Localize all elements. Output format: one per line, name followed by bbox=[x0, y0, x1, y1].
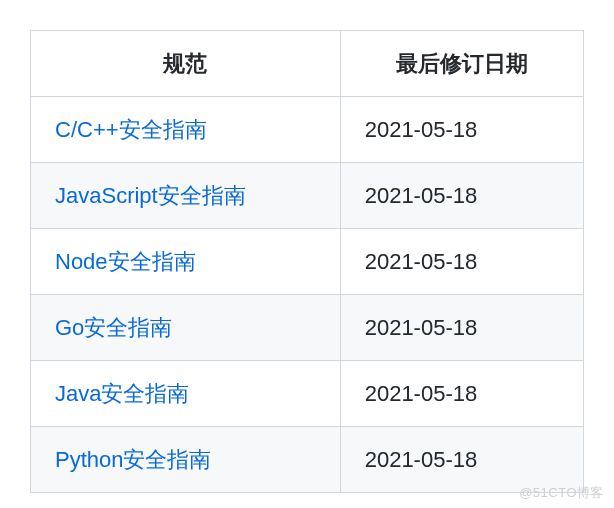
date-cell: 2021-05-18 bbox=[340, 163, 583, 229]
header-date: 最后修订日期 bbox=[340, 31, 583, 97]
table-row: C/C++安全指南 2021-05-18 bbox=[31, 97, 584, 163]
watermark: @51CTO博客 bbox=[519, 484, 604, 502]
date-cell: 2021-05-18 bbox=[340, 229, 583, 295]
security-guide-table: 规范 最后修订日期 C/C++安全指南 2021-05-18 JavaScrip… bbox=[30, 30, 584, 493]
table-row: Python安全指南 2021-05-18 bbox=[31, 427, 584, 493]
link-python-guide[interactable]: Python安全指南 bbox=[55, 447, 212, 472]
table-header-row: 规范 最后修订日期 bbox=[31, 31, 584, 97]
link-go-guide[interactable]: Go安全指南 bbox=[55, 315, 172, 340]
header-spec: 规范 bbox=[31, 31, 341, 97]
date-cell: 2021-05-18 bbox=[340, 361, 583, 427]
date-cell: 2021-05-18 bbox=[340, 427, 583, 493]
date-cell: 2021-05-18 bbox=[340, 295, 583, 361]
link-javascript-guide[interactable]: JavaScript安全指南 bbox=[55, 183, 246, 208]
table-row: Node安全指南 2021-05-18 bbox=[31, 229, 584, 295]
link-c-cpp-guide[interactable]: C/C++安全指南 bbox=[55, 117, 207, 142]
table-row: JavaScript安全指南 2021-05-18 bbox=[31, 163, 584, 229]
link-node-guide[interactable]: Node安全指南 bbox=[55, 249, 196, 274]
date-cell: 2021-05-18 bbox=[340, 97, 583, 163]
table-row: Java安全指南 2021-05-18 bbox=[31, 361, 584, 427]
table-row: Go安全指南 2021-05-18 bbox=[31, 295, 584, 361]
link-java-guide[interactable]: Java安全指南 bbox=[55, 381, 189, 406]
